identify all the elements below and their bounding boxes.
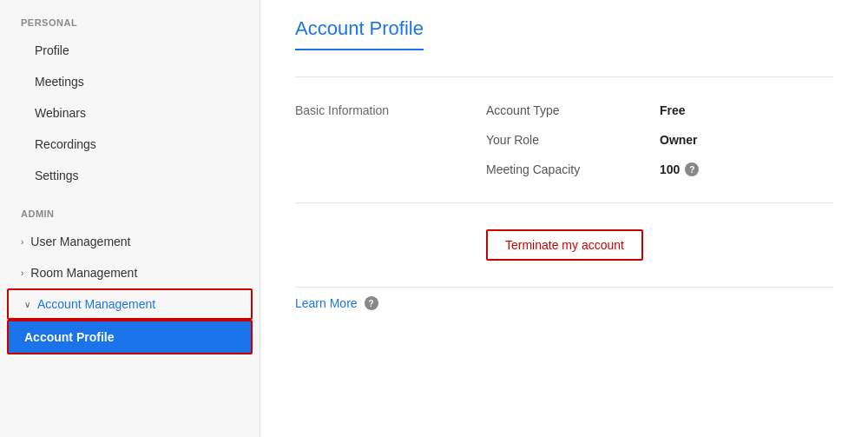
sidebar: PERSONAL Profile Meetings Webinars Recor…	[0, 0, 260, 437]
main-content: Account Profile Basic Information Accoun…	[260, 0, 868, 437]
your-role-value: Owner	[660, 133, 698, 147]
meeting-capacity-help-icon[interactable]: ?	[685, 162, 699, 176]
personal-section-label: PERSONAL	[0, 17, 260, 35]
account-type-value: Free	[660, 103, 686, 117]
learn-more-help-icon[interactable]: ?	[365, 296, 378, 310]
sidebar-item-profile[interactable]: Profile	[0, 35, 260, 66]
your-role-row: Your Role Owner	[486, 133, 833, 147]
sidebar-item-webinars[interactable]: Webinars	[0, 97, 260, 129]
basic-information-section: Basic Information Account Type Free Your…	[295, 76, 833, 202]
chevron-down-icon: ∨	[24, 300, 30, 309]
webinars-label: Webinars	[35, 106, 86, 120]
profile-label: Profile	[35, 43, 69, 57]
recordings-label: Recordings	[35, 137, 96, 151]
meetings-label: Meetings	[35, 75, 84, 89]
sidebar-item-room-management[interactable]: › Room Management	[0, 257, 260, 288]
info-fields: Account Type Free Your Role Owner Meetin…	[486, 103, 833, 176]
sidebar-item-settings[interactable]: Settings	[0, 160, 260, 191]
meeting-capacity-row: Meeting Capacity 100 ?	[486, 162, 833, 176]
terminate-account-button[interactable]: Terminate my account	[486, 229, 643, 261]
sidebar-item-account-management[interactable]: ∨ Account Management	[7, 288, 253, 320]
learn-more-link[interactable]: Learn More	[295, 296, 358, 310]
sidebar-item-account-profile[interactable]: Account Profile	[7, 320, 253, 354]
sidebar-item-recordings[interactable]: Recordings	[0, 129, 260, 160]
chevron-right-icon: ›	[21, 268, 23, 278]
settings-label: Settings	[35, 169, 79, 182]
account-type-row: Account Type Free	[486, 103, 833, 117]
admin-section-label: ADMIN	[0, 209, 260, 226]
meeting-capacity-value: 100 ?	[660, 162, 699, 176]
section-label: Basic Information	[295, 103, 486, 176]
your-role-label: Your Role	[486, 133, 660, 147]
page-title: Account Profile	[295, 17, 424, 50]
account-type-label: Account Type	[486, 103, 660, 117]
terminate-section: Terminate my account	[295, 203, 833, 287]
sidebar-item-meetings[interactable]: Meetings	[0, 66, 260, 97]
chevron-right-icon: ›	[21, 237, 23, 247]
meeting-capacity-label: Meeting Capacity	[486, 162, 660, 176]
learn-more-section: Learn More ?	[295, 287, 833, 319]
sidebar-item-user-management[interactable]: › User Management	[0, 226, 260, 257]
